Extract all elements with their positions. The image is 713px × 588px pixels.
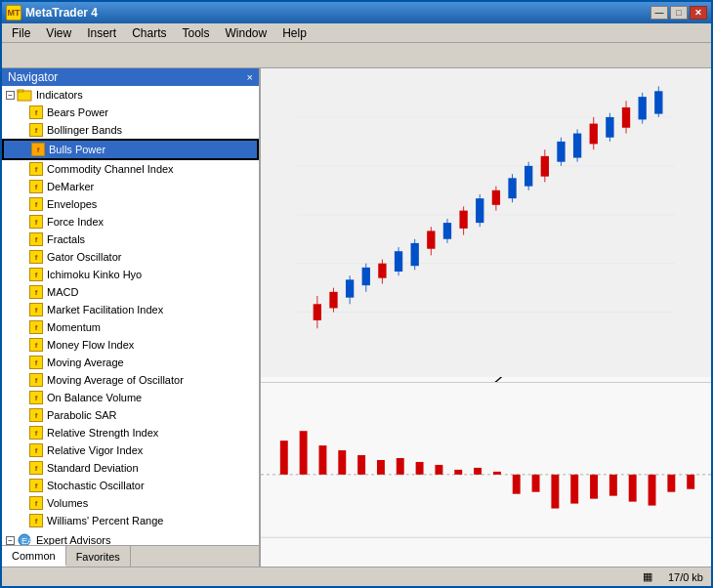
williams-icon: f (29, 514, 43, 527)
navigator-body[interactable]: − Indicators f Bears Power f Bollinger B… (2, 86, 259, 545)
candle-1 (314, 296, 321, 328)
kb-status: 17/0 kb (668, 571, 703, 583)
nav-item-std-dev[interactable]: f Standard Deviation (2, 459, 259, 477)
candle-3 (346, 275, 354, 304)
indicators-section-header[interactable]: − Indicators (2, 86, 259, 104)
nav-item-bears-power[interactable]: f Bears Power (2, 104, 259, 121)
indicators-expand-icon[interactable]: − (6, 91, 15, 100)
expert-advisors-label: Expert Advisors (36, 534, 110, 545)
svg-rect-22 (395, 251, 402, 272)
candle-20 (622, 101, 630, 133)
std-dev-label: Standard Deviation (47, 462, 139, 474)
macd-icon: f (29, 285, 43, 299)
nav-item-moving-average[interactable]: f Moving Average (2, 354, 259, 371)
nav-item-obv[interactable]: f On Balance Volume (2, 389, 259, 406)
svg-text:EA: EA (21, 536, 32, 545)
nav-item-rvi[interactable]: f Relative Vigor Index (2, 441, 259, 459)
demarker-label: DeMarker (47, 181, 94, 192)
svg-rect-71 (570, 475, 578, 504)
cci-label: Commodity Channel Index (47, 163, 174, 175)
nav-item-volumes[interactable]: f Volumes (2, 494, 259, 512)
chart-main[interactable]: Double Click Bulls PowerIndicator (261, 68, 711, 567)
envelopes-label: Envelopes (47, 198, 97, 210)
nav-item-cci[interactable]: f Commodity Channel Index (2, 160, 259, 178)
tab-favorites[interactable]: Favorites (66, 546, 131, 567)
svg-rect-14 (329, 292, 337, 309)
menu-charts[interactable]: Charts (124, 24, 174, 42)
candle-8 (427, 227, 435, 255)
svg-rect-70 (551, 475, 559, 509)
svg-rect-28 (443, 223, 451, 239)
bollinger-bands-icon: f (29, 123, 43, 137)
candlestick-chart-svg (261, 68, 711, 377)
title-buttons: — □ ✕ (650, 6, 707, 20)
maximize-button[interactable]: □ (670, 6, 688, 20)
nav-item-demarker[interactable]: f DeMarker (2, 178, 259, 195)
mfi-icon: f (29, 303, 43, 316)
svg-rect-62 (397, 458, 404, 475)
svg-rect-44 (573, 134, 581, 158)
svg-rect-60 (357, 455, 365, 475)
svg-rect-75 (649, 475, 656, 506)
candle-15 (541, 149, 549, 182)
svg-rect-61 (377, 460, 385, 475)
nav-item-rsi[interactable]: f Relative Strength Index (2, 424, 259, 441)
tab-common[interactable]: Common (2, 546, 66, 567)
menu-help[interactable]: Help (274, 24, 315, 42)
nav-item-williams[interactable]: f Williams' Percent Range (2, 512, 259, 529)
status-bar: ▦ 17/0 kb (2, 567, 711, 586)
toolbar (2, 43, 711, 68)
macd-label: MACD (47, 286, 78, 298)
money-flow-label: Money Flow Index (47, 339, 134, 351)
nav-item-momentum[interactable]: f Momentum (2, 318, 259, 336)
nav-item-mao[interactable]: f Moving Average of Oscillator (2, 371, 259, 389)
svg-rect-26 (427, 231, 435, 248)
nav-item-stochastic[interactable]: f Stochastic Oscillator (2, 477, 259, 494)
nav-item-force-index[interactable]: f Force Index (2, 213, 259, 231)
menu-bar: File View Insert Charts Tools Window Hel… (2, 23, 711, 43)
candle-2 (329, 288, 337, 313)
navigator-close-button[interactable]: × (247, 71, 253, 83)
navigator-title: Navigator (8, 70, 58, 84)
candle-11 (476, 194, 483, 227)
menu-insert[interactable]: Insert (79, 24, 124, 42)
svg-rect-54 (654, 91, 662, 113)
force-index-icon: f (29, 215, 43, 229)
gator-icon: f (29, 250, 43, 264)
candle-7 (411, 239, 419, 271)
nav-item-ichimoku[interactable]: f Ichimoku Kinko Hyo (2, 266, 259, 283)
candle-13 (508, 174, 516, 202)
main-content: Navigator × − Indicators f Bears Power (2, 68, 711, 567)
obv-icon: f (29, 391, 43, 404)
bears-power-label: Bears Power (47, 106, 108, 118)
expert-advisors-expand-icon[interactable]: − (6, 536, 15, 545)
close-button[interactable]: ✕ (690, 6, 707, 20)
nav-item-bollinger-bands[interactable]: f Bollinger Bands (2, 121, 259, 139)
nav-item-bulls-power[interactable]: f Bulls Power (2, 139, 259, 160)
menu-file[interactable]: File (4, 24, 38, 42)
menu-tools[interactable]: Tools (175, 24, 218, 42)
moving-average-icon: f (29, 356, 43, 369)
menu-window[interactable]: Window (218, 24, 275, 42)
svg-rect-40 (541, 156, 549, 177)
nav-item-envelopes[interactable]: f Envelopes (2, 195, 259, 213)
nav-item-parabolic[interactable]: f Parabolic SAR (2, 406, 259, 424)
expert-advisors-section-header[interactable]: − EA Expert Advisors (2, 531, 259, 545)
candle-9 (443, 219, 451, 243)
svg-rect-36 (508, 178, 516, 198)
menu-view[interactable]: View (38, 24, 79, 42)
cci-icon: f (29, 162, 43, 176)
svg-rect-76 (667, 475, 675, 492)
nav-item-mfi-index[interactable]: f Market Facilitation Index (2, 301, 259, 318)
nav-item-macd[interactable]: f MACD (2, 283, 259, 301)
nav-item-money-flow[interactable]: f Money Flow Index (2, 336, 259, 354)
stochastic-label: Stochastic Oscillator (47, 480, 145, 491)
demarker-icon: f (29, 180, 43, 193)
nav-item-gator[interactable]: f Gator Oscillator (2, 248, 259, 266)
moving-average-label: Moving Average (47, 357, 124, 368)
svg-rect-32 (476, 198, 483, 223)
minimize-button[interactable]: — (650, 6, 668, 20)
nav-item-fractals[interactable]: f Fractals (2, 231, 259, 248)
chart-icon-status: ▦ (643, 570, 652, 583)
rsi-icon: f (29, 426, 43, 440)
